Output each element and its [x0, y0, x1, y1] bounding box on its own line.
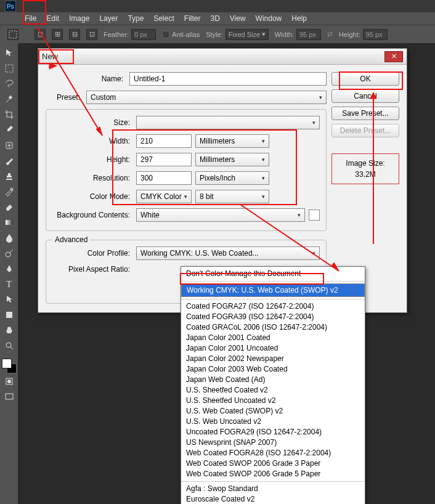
pixelaspect-label: Pixel Aspect Ratio:: [52, 265, 132, 274]
list-item[interactable]: Don't Color Manage this Document: [181, 269, 365, 279]
menubar: File Edit Image Layer Type Select Filter…: [0, 12, 435, 25]
selection-new-icon[interactable]: ◻: [35, 29, 46, 40]
close-icon[interactable]: ✕: [384, 51, 403, 62]
wand-tool-icon[interactable]: [2, 92, 17, 107]
selection-intersect-icon[interactable]: ⊡: [86, 29, 97, 40]
list-item[interactable]: Web Coated FOGRA28 (ISO 12647-2:2004): [181, 448, 365, 458]
quickmask-icon[interactable]: [2, 374, 17, 389]
list-item[interactable]: Web Coated SWOP 2006 Grade 5 Paper: [181, 469, 365, 479]
bgcontents-select[interactable]: White▾: [136, 208, 305, 222]
bgcolor-swatch[interactable]: [309, 209, 320, 221]
menu-type[interactable]: Type: [128, 14, 144, 23]
list-item[interactable]: Japan Color 2001 Coated: [181, 333, 365, 343]
list-item[interactable]: Coated FOGRA27 (ISO 12647-2:2004): [181, 301, 365, 312]
height-input[interactable]: [136, 153, 192, 166]
pen-tool-icon[interactable]: [2, 261, 17, 276]
height-label: Height:: [52, 155, 132, 164]
height-unit-select[interactable]: Millimeters▾: [195, 153, 269, 166]
eraser-tool-icon[interactable]: [2, 200, 17, 214]
antialias-label: Anti-alias: [172, 31, 200, 38]
antialias-checkbox[interactable]: [162, 31, 169, 38]
selection-subtract-icon[interactable]: ⊟: [69, 29, 80, 40]
list-item[interactable]: Coated GRACoL 2006 (ISO 12647-2:2004): [181, 322, 365, 333]
colorprofile-label: Color Profile:: [52, 249, 132, 258]
opts-height-label: Height:: [339, 31, 360, 38]
menu-image[interactable]: Image: [69, 14, 89, 23]
svg-point-9: [7, 380, 11, 383]
eyedropper-tool-icon[interactable]: [2, 123, 17, 137]
list-item[interactable]: Agfa : Swop Standard: [181, 484, 365, 494]
list-item[interactable]: Web Coated SWOP 2006 Grade 3 Paper: [181, 458, 365, 469]
menu-select[interactable]: Select: [153, 14, 174, 23]
stamp-tool-icon[interactable]: [2, 169, 17, 184]
hand-tool-icon[interactable]: [2, 323, 17, 338]
list-item[interactable]: Euroscale Coated v2: [181, 494, 365, 504]
selection-add-icon[interactable]: ⊞: [52, 29, 63, 40]
cancel-button[interactable]: Cancel: [331, 89, 399, 103]
list-item[interactable]: US Newsprint (SNAP 2007): [181, 437, 365, 448]
list-item[interactable]: Uncoated FOGRA29 (ISO 12647-2:2004): [181, 427, 365, 437]
opts-width-input[interactable]: 95 px: [296, 29, 321, 40]
menu-filter[interactable]: Filter: [184, 14, 201, 23]
colormode-bits-select[interactable]: 8 bit▾: [195, 190, 269, 203]
shape-tool-icon[interactable]: [2, 307, 17, 322]
list-item[interactable]: Coated FOGRA39 (ISO 12647-2:2004): [181, 312, 365, 322]
dialog-titlebar[interactable]: New ✕: [38, 49, 407, 65]
zoom-tool-icon[interactable]: [2, 338, 17, 353]
dodge-tool-icon[interactable]: [2, 246, 17, 261]
tools-panel: T: [0, 43, 18, 504]
colorprofile-select[interactable]: Working CMYK: U.S. Web Coated...▾: [136, 246, 320, 260]
lasso-tool-icon[interactable]: [2, 76, 17, 91]
list-item[interactable]: U.S. Web Uncoated v2: [181, 417, 365, 427]
colormode-select[interactable]: CMYK Color▾: [136, 190, 192, 203]
menu-3d[interactable]: 3D: [210, 14, 219, 23]
path-select-icon[interactable]: [2, 292, 17, 307]
name-input[interactable]: [129, 72, 327, 86]
menu-window[interactable]: Window: [256, 14, 282, 23]
list-item[interactable]: U.S. Sheetfed Coated v2: [181, 385, 365, 396]
feather-input[interactable]: 0 px: [131, 29, 156, 40]
color-swatches[interactable]: [2, 359, 17, 373]
ok-button[interactable]: OK: [331, 72, 399, 86]
menu-help[interactable]: Help: [291, 14, 307, 23]
save-preset-button[interactable]: Save Preset...: [331, 107, 399, 120]
marquee-tool-icon[interactable]: [2, 61, 17, 76]
menu-view[interactable]: View: [230, 14, 246, 23]
swap-wh-icon[interactable]: ⇄: [327, 30, 333, 38]
svg-rect-6: [6, 312, 12, 318]
list-item[interactable]: Japan Web Coated (Ad): [181, 375, 365, 385]
list-item[interactable]: U.S. Sheetfed Uncoated v2: [181, 396, 365, 406]
list-item[interactable]: U.S. Web Coated (SWOP) v2: [181, 406, 365, 417]
style-select[interactable]: Fixed Size▾: [226, 29, 269, 40]
list-item[interactable]: Japan Color 2002 Newspaper: [181, 354, 365, 364]
list-item[interactable]: Japan Color 2001 Uncoated: [181, 343, 365, 354]
crop-tool-icon[interactable]: [2, 107, 17, 122]
list-item[interactable]: Working CMYK: U.S. Web Coated (SWOP) v2: [181, 283, 365, 297]
menu-layer[interactable]: Layer: [99, 14, 118, 23]
svg-point-5: [6, 252, 10, 257]
resolution-unit-select[interactable]: Pixels/Inch▾: [195, 171, 269, 185]
blur-tool-icon[interactable]: [2, 230, 17, 245]
svg-point-7: [6, 343, 11, 348]
colorprofile-dropdown[interactable]: Don't Color Manage this Document Working…: [181, 266, 365, 504]
resolution-input[interactable]: [136, 171, 192, 185]
preset-label: Preset:: [46, 93, 83, 102]
colormode-label: Color Mode:: [52, 192, 132, 201]
width-unit-select[interactable]: Millimeters▾: [195, 134, 269, 148]
name-label: Name:: [46, 75, 126, 83]
svg-rect-0: [9, 31, 17, 38]
list-item[interactable]: Japan Color 2003 Web Coated: [181, 364, 365, 375]
gradient-tool-icon[interactable]: [2, 215, 17, 230]
preset-select[interactable]: Custom▾: [86, 91, 327, 104]
type-tool-icon[interactable]: T: [2, 277, 17, 291]
move-tool-icon[interactable]: [2, 46, 17, 60]
menu-edit[interactable]: Edit: [46, 14, 59, 23]
screenmode-icon[interactable]: [2, 389, 17, 404]
menu-file[interactable]: File: [25, 14, 36, 23]
marquee-tool-icon[interactable]: [7, 29, 18, 40]
healing-brush-icon[interactable]: [2, 138, 17, 153]
history-brush-icon[interactable]: [2, 184, 17, 199]
width-input[interactable]: [136, 134, 192, 148]
brush-tool-icon[interactable]: [2, 153, 17, 168]
opts-height-input[interactable]: 95 px: [363, 29, 388, 40]
